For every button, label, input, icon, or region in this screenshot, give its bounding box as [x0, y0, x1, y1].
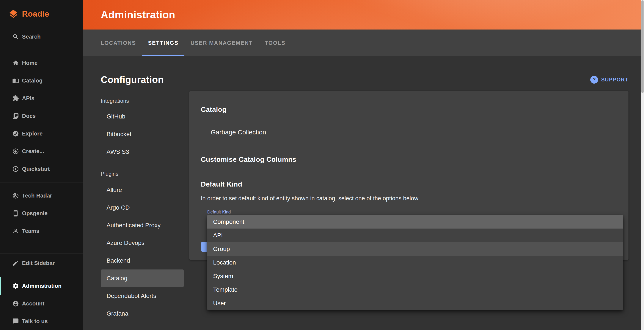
sidebar-item-opsgenie[interactable]: Opsgenie	[0, 204, 83, 222]
subnav-item-bitbucket[interactable]: Bitbucket	[101, 125, 184, 143]
sidebar-item-label: Create...	[22, 148, 44, 155]
library-books-icon	[12, 113, 19, 119]
subnav-item-grafana[interactable]: Grafana	[101, 305, 184, 323]
subnav-item-aws-s3[interactable]: AWS S3	[101, 143, 184, 161]
dropdown-option-component[interactable]: Component	[207, 215, 623, 229]
sidebar-item-tech-radar[interactable]: Tech Radar	[0, 187, 83, 204]
sidebar-item-label: Tech Radar	[22, 192, 52, 199]
sidebar-item-label: Quickstart	[22, 166, 50, 172]
sidebar-item-label: Explore	[22, 130, 42, 137]
subnav-item-authenticated-proxy[interactable]: Authenticated Proxy	[101, 216, 184, 234]
subnav-section-integrations: Integrations	[101, 98, 184, 104]
tab-settings[interactable]: SETTINGS	[142, 29, 184, 56]
sidebar-item-create[interactable]: Create...	[0, 142, 83, 160]
page-head: Configuration ? SUPPORT	[101, 74, 628, 85]
page-header-title: Administration	[101, 9, 175, 21]
default-kind-heading: Default Kind	[201, 180, 623, 188]
chat-bubble-icon	[12, 318, 19, 325]
dropdown-option-group[interactable]: Group	[207, 242, 623, 256]
scrollbar-track[interactable]	[641, 0, 644, 330]
subnav-item-github[interactable]: GitHub	[101, 108, 184, 125]
sidebar-item-account[interactable]: Account	[0, 295, 83, 312]
support-label: SUPPORT	[601, 77, 628, 83]
scrollbar-thumb[interactable]	[642, 0, 644, 93]
catalog-section-heading: Catalog	[201, 105, 623, 114]
sidebar-item-docs[interactable]: Docs	[0, 107, 83, 125]
sidebar-item-talk-to-us[interactable]: Talk to us	[0, 312, 83, 330]
sidebar-item-home[interactable]: Home	[0, 54, 83, 72]
tab-bar: LOCATIONS SETTINGS USER MANAGEMENT TOOLS	[83, 29, 644, 56]
sidebar-item-label: Administration	[22, 283, 62, 289]
garbage-collection-item[interactable]: Garbage Collection	[211, 116, 623, 138]
radar-icon	[12, 192, 19, 199]
dropdown-option-user[interactable]: User	[207, 296, 623, 310]
subnav-item-dependabot-alerts[interactable]: Dependabot Alerts	[101, 287, 184, 305]
customise-columns-heading: Customise Catalog Columns	[201, 155, 623, 164]
open-book-icon	[12, 77, 19, 84]
sidebar-item-apis[interactable]: APIs	[0, 89, 83, 107]
sidebar: Roadie Search Home Catalog APIs Docs Exp…	[0, 0, 83, 330]
subnav-item-backend[interactable]: Backend	[101, 252, 184, 270]
default-kind-description: In order to set default kind of entity s…	[201, 194, 623, 202]
dropdown-option-api[interactable]: API	[207, 229, 623, 242]
sidebar-item-label: Teams	[22, 228, 39, 234]
person-icon	[12, 228, 19, 234]
sidebar-item-label: Docs	[22, 113, 36, 119]
page-header: Administration	[83, 0, 644, 29]
sidebar-item-search[interactable]: Search	[0, 28, 83, 45]
subnav-item-azure-devops[interactable]: Azure Devops	[101, 234, 184, 252]
compass-icon	[12, 130, 19, 137]
support-link[interactable]: ? SUPPORT	[590, 76, 628, 84]
page-title: Configuration	[101, 74, 164, 85]
divider	[101, 164, 184, 164]
subnav-item-argo-cd[interactable]: Argo CD	[101, 199, 184, 216]
sidebar-item-label: Account	[22, 300, 44, 307]
sidebar-item-label: Opsgenie	[22, 210, 48, 217]
divider	[201, 190, 623, 190]
sidebar-item-label: Search	[22, 33, 41, 40]
divider	[0, 182, 83, 182]
roadie-logo[interactable]: Roadie	[0, 0, 83, 28]
question-circle-icon: ?	[590, 76, 598, 84]
pencil-icon	[12, 260, 19, 266]
divider	[0, 274, 83, 274]
divider	[0, 254, 83, 254]
sidebar-item-edit-sidebar[interactable]: Edit Sidebar	[0, 254, 83, 272]
sidebar-item-explore[interactable]: Explore	[0, 125, 83, 142]
roadie-logo-icon	[8, 9, 18, 19]
puzzle-piece-icon	[12, 95, 19, 102]
subnav-item-allure[interactable]: Allure	[101, 181, 184, 199]
sidebar-item-label: Edit Sidebar	[22, 260, 55, 266]
gear-icon	[12, 283, 19, 289]
tab-tools[interactable]: TOOLS	[259, 29, 292, 56]
home-icon	[12, 60, 19, 66]
play-circle-icon	[12, 166, 19, 172]
sidebar-item-label: Talk to us	[22, 318, 48, 325]
dropdown-option-location[interactable]: Location	[207, 256, 623, 269]
smartphone-icon	[12, 210, 19, 217]
sidebar-item-catalog[interactable]: Catalog	[0, 72, 83, 89]
dropdown-option-template[interactable]: Template	[207, 283, 623, 296]
subnav-item-catalog[interactable]: Catalog	[101, 270, 184, 287]
roadie-logo-text: Roadie	[22, 9, 49, 18]
sidebar-item-label: APIs	[22, 95, 34, 102]
divider	[201, 166, 623, 166]
sidebar-item-teams[interactable]: Teams	[0, 222, 83, 240]
roadie-admin-screen: Roadie Search Home Catalog APIs Docs Exp…	[0, 0, 644, 330]
search-icon	[12, 33, 19, 40]
sidebar-item-label: Home	[22, 60, 38, 66]
subnav-section-plugins: Plugins	[101, 171, 184, 177]
sidebar-item-quickstart[interactable]: Quickstart	[0, 160, 83, 178]
sidebar-item-administration[interactable]: Administration	[0, 277, 83, 295]
plus-circle-icon	[12, 148, 19, 155]
settings-subnav: Integrations GitHub Bitbucket AWS S3 Plu…	[101, 91, 184, 323]
default-kind-dropdown-menu: Component API Group Location System Temp…	[207, 215, 623, 310]
default-kind-field-label: Default Kind	[207, 210, 623, 214]
tab-user-management[interactable]: USER MANAGEMENT	[184, 29, 258, 56]
tab-locations[interactable]: LOCATIONS	[95, 29, 142, 56]
person-circle-icon	[12, 300, 19, 307]
dropdown-option-system[interactable]: System	[207, 269, 623, 283]
sidebar-item-label: Catalog	[22, 77, 42, 84]
